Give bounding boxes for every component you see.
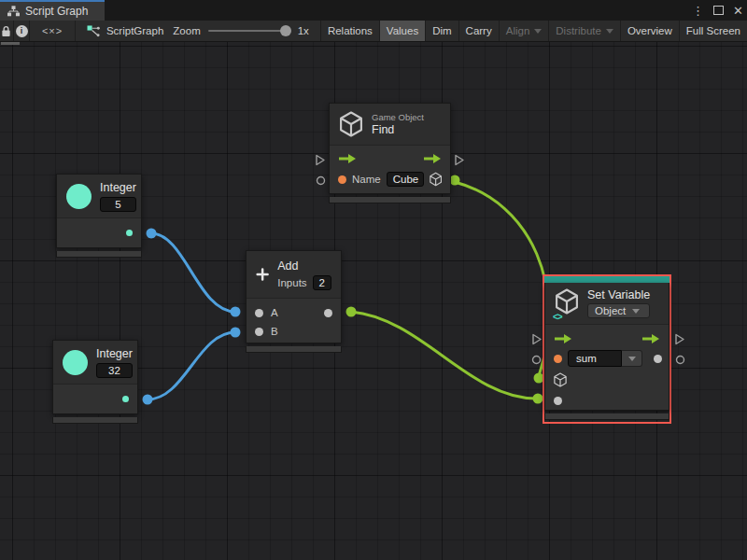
port-label-b: B (271, 326, 278, 337)
toolbar-button-align[interactable]: Align (499, 21, 549, 41)
node-title: Add (277, 259, 331, 273)
variable-name-value[interactable]: sum (568, 350, 622, 367)
wire-integer5-to-addA (151, 233, 235, 312)
variable-name-combo[interactable]: sum (568, 350, 642, 367)
ext-flow-in-port[interactable] (531, 333, 543, 345)
node-footer (56, 251, 142, 258)
toolbar-button-dim[interactable]: Dim (425, 21, 458, 41)
integer-value-field[interactable]: 5 (100, 197, 136, 212)
ext-flow-out-port[interactable] (454, 154, 465, 166)
node-footer (544, 413, 669, 420)
inputs-count-field[interactable]: 2 (313, 275, 331, 290)
gameobject-cube-icon (339, 111, 363, 137)
lock-icon (1, 25, 11, 37)
titlebar: Script Graph ⋮ ✕ (0, 0, 747, 21)
input-port-a[interactable] (255, 309, 263, 317)
graph-canvas[interactable]: Integer 5 Integer 32 (0, 42, 747, 560)
script-graph-icon (87, 25, 100, 37)
toolbar-button-relations[interactable]: Relations (320, 21, 379, 41)
output-port-sum[interactable] (324, 309, 332, 317)
ext-flow-in-port[interactable] (315, 154, 326, 166)
tab-script-graph[interactable]: Script Graph (0, 0, 105, 21)
toolbar-button-distribute[interactable]: Distribute (548, 21, 620, 41)
node-title: Integer (100, 181, 136, 194)
variable-scope-dropdown[interactable]: Object (587, 303, 650, 318)
node-footer (246, 346, 342, 353)
wire-find-to-setvar-object (455, 182, 549, 376)
variable-output-port[interactable] (654, 355, 662, 363)
flow-out-arrow-icon[interactable] (641, 333, 660, 344)
code-icon: <×> (42, 25, 63, 36)
zoom-slider[interactable] (208, 30, 290, 32)
variable-name-dropdown-button[interactable] (622, 350, 642, 367)
gameobject-output-icon (430, 172, 442, 187)
integer-value-field[interactable]: 32 (96, 363, 133, 378)
graph-name-label: ScriptGraph (106, 25, 163, 36)
name-input-port[interactable] (338, 175, 346, 184)
node-set-variable[interactable]: <> Set Variable Object (544, 276, 669, 420)
node-title: Integer (96, 347, 133, 360)
tab-title: Script Graph (25, 5, 88, 18)
ext-value-out-port[interactable] (675, 355, 685, 365)
node-category: Game Object (372, 112, 424, 122)
name-value-field[interactable]: Cube (387, 172, 424, 187)
gameobject-cube-icon (555, 288, 579, 315)
caret-down-icon (534, 29, 542, 34)
caret-down-icon (628, 357, 636, 361)
value-input-port[interactable] (554, 397, 562, 405)
wire-add-to-setvar-value (351, 312, 536, 399)
window-menu-icon[interactable]: ⋮ (692, 5, 704, 17)
graph-hierarchy-icon (7, 6, 20, 17)
output-port[interactable] (122, 396, 129, 402)
inputs-label: Inputs (277, 277, 306, 288)
object-input-port-icon[interactable] (554, 372, 567, 387)
code-preview-button[interactable]: <×> (30, 21, 76, 41)
node-add[interactable]: Add Inputs 2 A (246, 250, 342, 353)
variable-code-icon: <> (553, 312, 562, 322)
zoom-label: Zoom (173, 25, 200, 36)
script-graph-window: Script Graph ⋮ ✕ i <×> (0, 0, 747, 560)
graph-toolbar: i <×> ScriptGraph Zoom 1x Relations Valu… (0, 21, 747, 42)
ext-value-in-port[interactable] (316, 175, 326, 186)
variable-name-port[interactable] (554, 355, 562, 363)
node-title: Find (372, 123, 424, 136)
add-plus-icon (256, 259, 269, 290)
zoom-slider-handle[interactable] (280, 25, 291, 36)
output-port[interactable] (126, 230, 133, 236)
toolbar-button-carry[interactable]: Carry (458, 21, 499, 41)
inspect-button[interactable]: i (14, 21, 30, 41)
scrollbar-thumb[interactable] (1, 42, 20, 45)
node-title: Set Variable (587, 288, 650, 301)
integer-type-icon (66, 184, 92, 209)
graph-breadcrumb[interactable]: ScriptGraph (76, 21, 173, 41)
flow-in-arrow-icon[interactable] (554, 333, 572, 344)
node-footer (52, 417, 138, 424)
flow-in-arrow-icon[interactable] (338, 153, 357, 164)
ext-value-in-port[interactable] (531, 355, 542, 365)
node-integer-5[interactable]: Integer 5 (56, 174, 142, 258)
node-integer-32[interactable]: Integer 32 (52, 340, 138, 424)
wire-integer32-to-addB (148, 332, 235, 399)
node-gameobject-find[interactable]: Game Object Find (329, 103, 451, 203)
name-param-label: Name (352, 174, 381, 185)
lock-button[interactable] (0, 21, 14, 41)
maximize-icon[interactable] (713, 6, 724, 15)
variable-teal-strip (544, 276, 669, 283)
ext-flow-out-port[interactable] (674, 333, 685, 345)
input-port-b[interactable] (255, 328, 263, 336)
node-footer (329, 197, 451, 203)
toolbar-button-overview[interactable]: Overview (620, 21, 679, 41)
toolbar-button-values[interactable]: Values (379, 21, 425, 41)
caret-down-icon (606, 29, 613, 34)
zoom-value: 1x (298, 25, 309, 36)
flow-out-arrow-icon[interactable] (423, 153, 442, 164)
close-icon[interactable]: ✕ (733, 5, 743, 17)
integer-type-icon (63, 350, 88, 375)
caret-down-icon (632, 309, 640, 314)
toolbar-button-fullscreen[interactable]: Full Screen (679, 21, 747, 41)
port-label-a: A (271, 307, 278, 318)
info-icon: i (16, 25, 28, 37)
